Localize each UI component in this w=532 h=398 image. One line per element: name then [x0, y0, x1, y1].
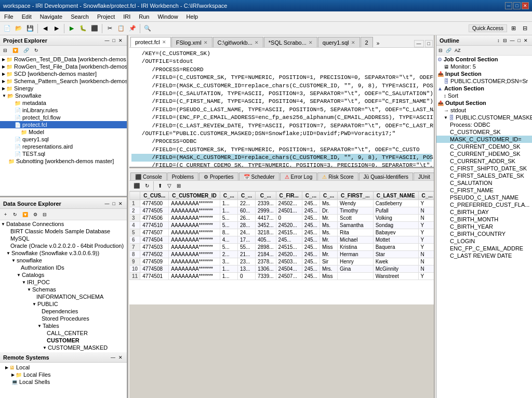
toolbar-search[interactable]: 🔍	[142, 23, 153, 34]
outline-item-10[interactable]: C_CUSTOMER_SK	[436, 128, 532, 136]
project-item-10[interactable]: 📁 Model	[0, 128, 127, 136]
outline-collapse-btn[interactable]: ⊟	[502, 38, 508, 43]
rs-minimize-btn[interactable]: —	[110, 355, 116, 360]
outline-item-24[interactable]: C_BIRTH_COUNTRY	[436, 230, 532, 237]
menu-item-navigate[interactable]: Navigate	[38, 13, 64, 20]
table-row-10[interactable]: 114774501AAAAAAAA*******1...07339...2450…	[130, 273, 434, 280]
remote-local-item[interactable]: ▶ 🖥 Local	[1, 364, 126, 371]
dse-refresh-btn[interactable]: ↻	[11, 211, 19, 218]
project-item-1[interactable]: ▶ 📁 RowGen_Test_File_Data [workbench-dem…	[0, 63, 127, 70]
editor-max-btn[interactable]: □	[425, 40, 433, 47]
toolbar-debug[interactable]: 🐛	[78, 23, 88, 34]
outline-item-22[interactable]: C_BIRTH_MONTH	[436, 216, 532, 223]
close-button[interactable]: ✕	[522, 2, 529, 9]
table-row-4[interactable]: 54774507AAAAAAAA*******8...24...3218...2…	[130, 229, 434, 236]
project-item-13[interactable]: 📄 TEST.sql	[0, 150, 127, 157]
ds-item-12[interactable]: Dependencies	[0, 308, 127, 315]
bottom-tab-4[interactable]: ⚠Error Log	[280, 173, 317, 180]
ds-item-4[interactable]: ▼ Snowflake (Snowflake v.3.0.0.6.9))	[0, 249, 127, 257]
pe-close-btn[interactable]: ✕	[117, 38, 124, 43]
col-header-10[interactable]: C_...	[418, 192, 434, 200]
toolbar-back[interactable]: ◀	[40, 23, 50, 34]
project-item-6[interactable]: 📁 metadata	[0, 99, 127, 107]
editor-tab-1[interactable]: FSlog.xml✕	[171, 37, 212, 47]
outline-item-4[interactable]: ▲ Action Section	[436, 85, 532, 92]
ds-item-11[interactable]: ▼ PUBLIC	[0, 300, 127, 308]
bottom-tab-5[interactable]: ⚠Risk Score	[317, 173, 358, 180]
project-item-4[interactable]: ▶ 📁 Sinergy	[0, 85, 127, 92]
ds-item-9[interactable]: ▼ Schemas	[0, 286, 127, 293]
table-area[interactable]: C_CUS...C_CUSTOMER_IDC_...C_...C_...C_FI…	[129, 191, 434, 304]
outline-item-11[interactable]: MASK_C_CUSTOMER_ID=	[436, 136, 532, 143]
toolbar-stop[interactable]: ⬛	[89, 23, 100, 34]
table-stop-btn[interactable]: ⬛	[131, 182, 142, 190]
pe-collapse-btn[interactable]: ⊟	[1, 47, 9, 54]
outline-item-2[interactable]: 📥 Input Section	[436, 70, 532, 77]
toolbar-cut[interactable]: ✂	[104, 23, 115, 34]
col-header-8[interactable]: C_FIRST_...	[338, 192, 374, 200]
outline-item-17[interactable]: C_SALUTATION	[436, 179, 532, 187]
editor-min-btn[interactable]: —	[414, 40, 424, 47]
pe-filter-btn[interactable]: 🔽	[10, 47, 20, 54]
outline-item-1[interactable]: 🖥 Monitor: 5	[436, 63, 532, 70]
outline-item-3[interactable]: 🗄 PUBLIC.CUSTOMER;DSN=Sr	[436, 77, 532, 85]
col-header-9[interactable]: C_LAST_NAME	[373, 192, 418, 200]
toolbar-layout2[interactable]: ⊟	[520, 23, 530, 34]
col-header-1[interactable]: C_CUSTOMER_ID	[169, 192, 220, 200]
project-item-9[interactable]: 📄 protect.fcl	[0, 121, 127, 128]
dse-filter-btn[interactable]: 🔽	[20, 211, 30, 218]
dse-minimize-btn[interactable]: —	[104, 201, 111, 206]
project-item-2[interactable]: ▶ 📁 SCD [workbench-demos master]	[0, 70, 127, 77]
dse-new-btn[interactable]: ＋	[1, 210, 10, 219]
ds-item-13[interactable]: Stored Procedures	[0, 315, 127, 322]
table-row-7[interactable]: 84774502AAAAAAAA*******2...21...2184...2…	[130, 251, 434, 258]
outline-item-6[interactable]: 📤 Output Section	[436, 99, 532, 107]
bottom-tab-3[interactable]: 📅Scheduler	[239, 173, 280, 180]
table-row-1[interactable]: 24774505AAAAAAAA*******1...60...2999...2…	[130, 207, 434, 215]
outline-item-13[interactable]: C_CURRENT_HDEMO_SK	[436, 150, 532, 157]
toolbar-layout1[interactable]: ⊞	[508, 23, 518, 34]
minimize-button[interactable]: ─	[505, 2, 512, 9]
project-item-5[interactable]: ▼ 📂 Snowflake	[0, 92, 127, 99]
col-header-3[interactable]: C_...	[237, 192, 255, 200]
outline-item-0[interactable]: ⚙ Job Control Section	[436, 56, 532, 63]
outline-item-26[interactable]: ENC_FP_C_EMAIL_ADDRE	[436, 245, 532, 252]
menu-item-window[interactable]: Window	[155, 13, 180, 20]
tab-close-3[interactable]: ✕	[309, 40, 313, 45]
menu-item-iri[interactable]: IRI	[121, 13, 132, 20]
toolbar-forward[interactable]: ▶	[51, 23, 62, 34]
ds-item-2[interactable]: MySQL	[0, 235, 127, 242]
outline-item-9[interactable]: Process: ODBC	[436, 121, 532, 128]
outline-sort-btn[interactable]: ↕	[496, 38, 501, 43]
table-row-3[interactable]: 44774510AAAAAAAA*******5...28...3452...2…	[130, 222, 434, 229]
ds-item-1[interactable]: BIRT Classic Models Sample Database	[0, 228, 127, 235]
project-item-3[interactable]: ▶ 📁 Schema_Pattern_Search [workbench-dem…	[0, 77, 127, 85]
project-item-11[interactable]: 📄 query1.sql	[0, 136, 127, 143]
editor-tab-2[interactable]: C:\git\workb...✕	[213, 37, 263, 47]
outline-item-27[interactable]: C_LAST REVIEW DATE	[436, 252, 532, 259]
outline-item-21[interactable]: C_BIRTH_DAY	[436, 208, 532, 216]
ds-item-16[interactable]: CUSTOMER	[0, 337, 127, 344]
outline-min-btn[interactable]: —	[509, 38, 516, 43]
outline-item-14[interactable]: C_CURRENT_ADDR_SK	[436, 157, 532, 165]
outline-item-23[interactable]: C_BIRTH_YEAR	[436, 223, 532, 230]
tab-close-2[interactable]: ✕	[255, 40, 259, 45]
menu-item-edit[interactable]: Edit	[20, 13, 34, 20]
bottom-tab-6[interactable]: JüQuasi-Identifiers	[359, 173, 413, 180]
toolbar-run[interactable]: ▶	[66, 23, 77, 34]
ds-item-0[interactable]: ▼ Database Connections	[0, 220, 127, 228]
remote-shells-item[interactable]: 💻 Local Shells	[1, 378, 126, 386]
table-cols-btn[interactable]: ⊞	[175, 182, 183, 190]
pe-maximize-btn[interactable]: □	[112, 38, 116, 43]
pe-refresh-btn[interactable]: ↻	[32, 47, 41, 54]
table-row-5[interactable]: 64774504AAAAAAAA*******4...17...405...24…	[130, 236, 434, 244]
remote-local-files-item[interactable]: ▶ 📁 Local Files	[1, 371, 126, 378]
editor-tab-5[interactable]: 2	[361, 37, 373, 47]
project-item-8[interactable]: 📄 protect_fcl.flow	[0, 114, 127, 121]
table-row-6[interactable]: 74774503AAAAAAAA*******5...55...2898...2…	[130, 244, 434, 251]
bottom-tab-7[interactable]: JUnit	[414, 173, 434, 180]
col-header-4[interactable]: C_...	[256, 192, 276, 200]
table-row-8[interactable]: 94774509AAAAAAAA*******3...23...2378...2…	[130, 258, 434, 266]
tab-close-0[interactable]: ✕	[162, 39, 166, 45]
outline-hide-btn[interactable]: ⊟	[437, 47, 444, 54]
